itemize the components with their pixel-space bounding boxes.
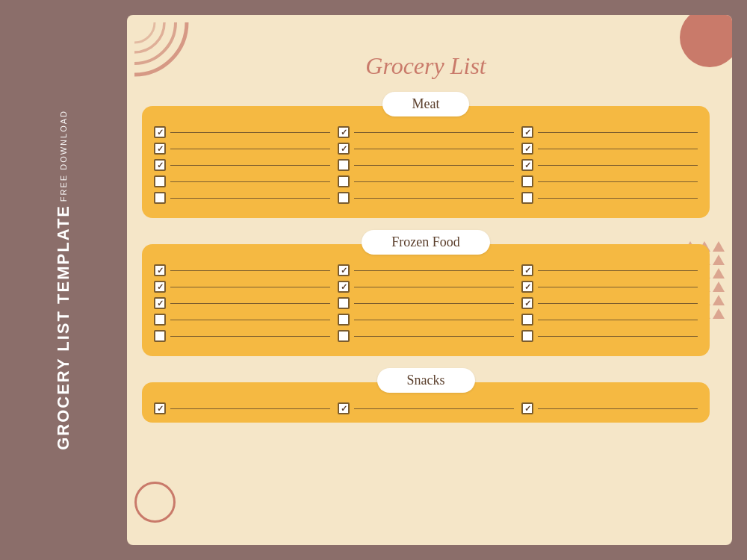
- checkbox[interactable]: [521, 330, 533, 342]
- checkbox[interactable]: [521, 314, 533, 326]
- check-line: [170, 132, 330, 133]
- section-meat-body: [142, 106, 710, 218]
- checkbox[interactable]: [338, 330, 350, 342]
- checkbox[interactable]: [154, 297, 166, 309]
- check-row: [338, 400, 514, 417]
- section-frozen-food-header: Frozen Food: [142, 230, 710, 255]
- frozen-food-checklist-grid: [154, 262, 698, 344]
- deco-circle-bottom-left: [134, 482, 176, 523]
- check-row: [521, 400, 698, 417]
- checkbox[interactable]: [521, 143, 533, 155]
- checkbox[interactable]: [338, 126, 350, 138]
- check-line: [354, 132, 514, 133]
- check-row: [154, 295, 330, 311]
- page-title: Grocery List: [142, 52, 710, 80]
- section-snacks-header: Snacks: [142, 368, 710, 393]
- check-line: [170, 303, 330, 304]
- frozen-col3: [521, 262, 698, 344]
- checkbox[interactable]: [338, 143, 350, 155]
- check-line: [354, 408, 514, 409]
- check-line: [538, 181, 698, 182]
- check-line: [354, 320, 514, 320]
- checkbox[interactable]: [338, 402, 350, 414]
- checkbox[interactable]: [154, 264, 166, 276]
- checkbox[interactable]: [338, 175, 350, 187]
- check-line: [170, 408, 330, 409]
- checkbox[interactable]: [521, 126, 533, 138]
- check-row: [154, 190, 330, 206]
- checkbox[interactable]: [338, 264, 350, 276]
- checkbox[interactable]: [521, 159, 533, 171]
- check-row: [338, 157, 514, 173]
- check-row: [521, 190, 698, 206]
- checkbox[interactable]: [338, 159, 350, 171]
- check-line: [538, 132, 698, 133]
- meat-col1: [154, 124, 330, 206]
- checkbox[interactable]: [521, 297, 533, 309]
- checkbox[interactable]: [154, 175, 166, 187]
- checkbox[interactable]: [521, 264, 533, 276]
- check-row: [338, 190, 514, 206]
- check-line: [170, 287, 330, 287]
- checkbox[interactable]: [521, 175, 533, 187]
- checkbox[interactable]: [154, 159, 166, 171]
- checkbox[interactable]: [338, 281, 350, 293]
- sidebar-title: GROCERY LIST TEMPLATE: [55, 205, 72, 450]
- check-row: [154, 311, 330, 328]
- meat-col3: [521, 124, 698, 206]
- checkbox[interactable]: [338, 297, 350, 309]
- checkbox[interactable]: [154, 143, 166, 155]
- svg-point-3: [134, 22, 155, 43]
- check-row: [521, 311, 698, 328]
- section-frozen-food: Frozen Food: [142, 230, 710, 356]
- check-row: [338, 140, 514, 157]
- check-row: [521, 262, 698, 279]
- checkbox[interactable]: [154, 330, 166, 342]
- check-row: [154, 157, 330, 173]
- check-row: [521, 328, 698, 344]
- check-line: [354, 336, 514, 337]
- checkbox[interactable]: [154, 192, 166, 204]
- check-line: [538, 408, 698, 409]
- checkbox[interactable]: [521, 192, 533, 204]
- check-line: [170, 198, 330, 199]
- checkbox[interactable]: [521, 402, 533, 414]
- checkbox[interactable]: [521, 281, 533, 293]
- checkbox[interactable]: [338, 192, 350, 204]
- check-line: [538, 198, 698, 199]
- checkbox[interactable]: [154, 281, 166, 293]
- check-row: [154, 173, 330, 190]
- checkbox[interactable]: [154, 126, 166, 138]
- check-line: [170, 336, 330, 337]
- check-row: [154, 400, 330, 417]
- section-snacks: Snacks: [142, 368, 710, 423]
- check-line: [354, 303, 514, 304]
- check-line: [170, 149, 330, 149]
- checkbox[interactable]: [154, 402, 166, 414]
- check-line: [170, 181, 330, 182]
- check-line: [354, 165, 514, 166]
- section-frozen-food-body: [142, 244, 710, 356]
- frozen-col1: [154, 262, 330, 344]
- check-line: [354, 198, 514, 199]
- check-row: [521, 295, 698, 311]
- section-snacks-label: Snacks: [377, 368, 475, 393]
- check-row: [154, 124, 330, 140]
- check-row: [521, 124, 698, 140]
- check-line: [538, 303, 698, 304]
- checkbox[interactable]: [154, 314, 166, 326]
- document: Grocery List Meat: [127, 15, 732, 545]
- checkbox[interactable]: [338, 314, 350, 326]
- check-row: [338, 311, 514, 328]
- check-line: [538, 270, 698, 271]
- sidebar-text: FREE DOWNLOAD GROCERY LIST TEMPLATE: [55, 110, 72, 450]
- section-frozen-food-label: Frozen Food: [362, 230, 490, 255]
- snacks-col1: [154, 400, 330, 417]
- check-line: [170, 165, 330, 166]
- sidebar-free-label: FREE DOWNLOAD: [59, 110, 68, 202]
- check-row: [154, 328, 330, 344]
- check-row: [521, 173, 698, 190]
- check-row: [521, 140, 698, 157]
- snacks-col2: [338, 400, 514, 417]
- check-line: [538, 287, 698, 287]
